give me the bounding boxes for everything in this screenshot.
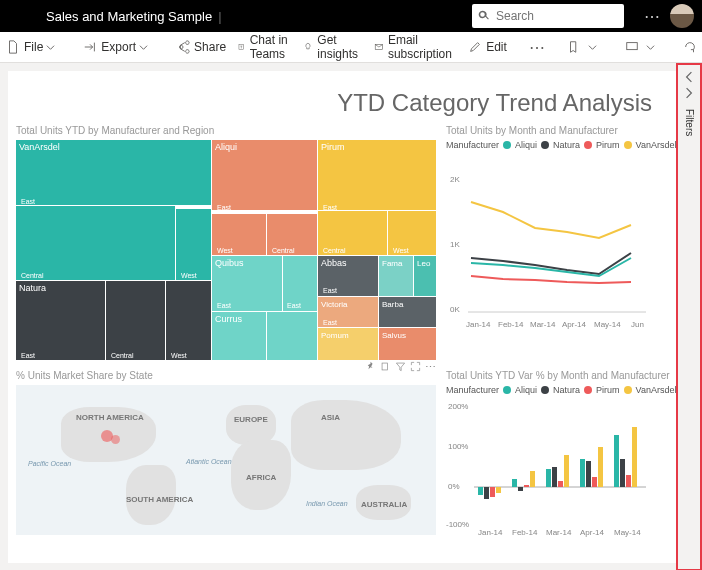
tm-region: Central <box>18 270 47 281</box>
svg-rect-28 <box>552 467 557 487</box>
top-header: Sales and Marketing Sample | ⋯ <box>0 0 702 32</box>
svg-rect-19 <box>478 487 483 495</box>
chevron-down-icon <box>646 43 655 52</box>
treemap-title: Total Units YTD by Manufacturer and Regi… <box>16 125 436 136</box>
filters-label: Filters <box>684 109 695 136</box>
refresh-button[interactable] <box>683 40 701 54</box>
svg-text:Feb-14: Feb-14 <box>512 528 538 537</box>
svg-text:0K: 0K <box>450 305 460 314</box>
line-legend: Manufacturer Aliqui Natura Pirum VanArsd… <box>446 140 676 150</box>
report-canvas: YTD Category Trend Analysis Total Units … <box>8 71 676 563</box>
line-chart: 2K 1K 0K Jan-14 Feb-14 Mar-14 Apr-14 May… <box>446 152 646 332</box>
svg-text:100%: 100% <box>448 442 468 451</box>
svg-text:1K: 1K <box>450 240 460 249</box>
svg-text:-100%: -100% <box>446 520 469 529</box>
chevron-left-icon[interactable] <box>683 71 695 83</box>
mail-icon <box>374 40 384 54</box>
filters-pane[interactable]: Filters <box>676 63 702 570</box>
view-button[interactable] <box>625 40 659 54</box>
pencil-icon <box>468 40 482 54</box>
tm-leo[interactable]: Leo <box>414 256 436 296</box>
tm-region: West <box>168 350 190 361</box>
svg-text:200%: 200% <box>448 402 468 411</box>
report-title: YTD Category Trend Analysis <box>16 79 668 125</box>
tm-salvus[interactable]: Salvus <box>379 328 436 360</box>
svg-rect-35 <box>614 435 619 487</box>
svg-rect-37 <box>626 475 631 487</box>
svg-text:Mar-14: Mar-14 <box>546 528 572 537</box>
svg-rect-27 <box>546 469 551 487</box>
tm-pomum[interactable]: Pomum <box>318 328 378 360</box>
svg-rect-26 <box>530 471 535 487</box>
action-bar: File Export Share Chat in Teams Get insi… <box>0 32 702 63</box>
search-box[interactable] <box>472 4 624 28</box>
refresh-icon <box>683 40 697 54</box>
tm-region: Central <box>108 350 137 361</box>
bookmark-icon <box>567 40 581 54</box>
bar-chart: 200% 100% 0% -100% Jan-14 Feb <box>446 397 646 537</box>
bookmark-button[interactable] <box>567 40 601 54</box>
svg-rect-21 <box>490 487 495 497</box>
file-icon <box>6 40 20 54</box>
svg-rect-23 <box>512 479 517 487</box>
treemap-visual[interactable]: Total Units YTD by Manufacturer and Regi… <box>16 125 436 360</box>
header-more-icon[interactable]: ⋯ <box>644 7 660 26</box>
line-title: Total Units by Month and Manufacturer <box>446 125 676 136</box>
svg-text:0%: 0% <box>448 482 460 491</box>
tm-region: East <box>18 350 38 361</box>
svg-rect-33 <box>592 477 597 487</box>
svg-text:2K: 2K <box>450 175 460 184</box>
tm-region: West <box>178 270 200 281</box>
svg-text:Feb-14: Feb-14 <box>498 320 524 329</box>
svg-text:Apr-14: Apr-14 <box>580 528 605 537</box>
avatar[interactable] <box>670 4 694 28</box>
line-chart-visual[interactable]: Total Units by Month and Manufacturer Ma… <box>446 125 676 360</box>
svg-text:May-14: May-14 <box>594 320 621 329</box>
export-icon <box>83 40 97 54</box>
display-icon <box>625 40 639 54</box>
chevron-down-icon <box>588 43 597 52</box>
file-menu[interactable]: File <box>6 40 59 54</box>
svg-rect-2 <box>627 43 638 50</box>
toolbar-more-icon[interactable]: ⋯ <box>529 38 545 57</box>
map-visual[interactable]: % Units Market Share by State NORTH AMER… <box>16 370 436 541</box>
svg-rect-20 <box>484 487 489 499</box>
svg-text:Jun: Jun <box>631 320 644 329</box>
svg-rect-38 <box>632 427 637 487</box>
bar-chart-visual[interactable]: Total Units YTD Var % by Month and Manuf… <box>446 370 676 541</box>
bar-legend: Manufacturer Aliqui Natura Pirum VanArsd… <box>446 385 676 395</box>
tm-fama[interactable]: Fama <box>379 256 413 296</box>
tm-barba[interactable]: Barba <box>379 297 436 327</box>
share-icon <box>176 40 190 54</box>
edit-button[interactable]: Edit <box>468 40 507 54</box>
map-title: % Units Market Share by State <box>16 370 436 381</box>
export-menu[interactable]: Export <box>83 40 152 54</box>
chevron-down-icon <box>139 43 148 52</box>
svg-rect-32 <box>586 461 591 487</box>
svg-rect-36 <box>620 459 625 487</box>
chat-button[interactable]: Chat in Teams <box>238 33 291 61</box>
search-input[interactable] <box>494 8 618 24</box>
svg-text:Mar-14: Mar-14 <box>530 320 556 329</box>
svg-text:Apr-14: Apr-14 <box>562 320 587 329</box>
svg-rect-22 <box>496 487 501 493</box>
chevron-right-icon[interactable] <box>683 87 695 99</box>
svg-rect-31 <box>580 459 585 487</box>
svg-rect-3 <box>382 363 388 370</box>
insights-button[interactable]: Get insights <box>303 33 362 61</box>
world-map[interactable]: NORTH AMERICA SOUTH AMERICA EUROPE AFRIC… <box>16 385 436 535</box>
svg-rect-30 <box>564 455 569 487</box>
share-button[interactable]: Share <box>176 40 226 54</box>
teams-icon <box>238 40 246 54</box>
app-title: Sales and Marketing Sample <box>8 9 212 24</box>
bulb-icon <box>303 40 313 54</box>
bar-title: Total Units YTD Var % by Month and Manuf… <box>446 370 676 381</box>
svg-rect-25 <box>524 485 529 487</box>
search-icon <box>478 9 490 23</box>
svg-rect-24 <box>518 487 523 491</box>
email-button[interactable]: Email subscription <box>374 33 456 61</box>
chevron-down-icon <box>46 43 55 52</box>
svg-text:Jan-14: Jan-14 <box>478 528 503 537</box>
svg-rect-34 <box>598 447 603 487</box>
svg-rect-29 <box>558 481 563 487</box>
